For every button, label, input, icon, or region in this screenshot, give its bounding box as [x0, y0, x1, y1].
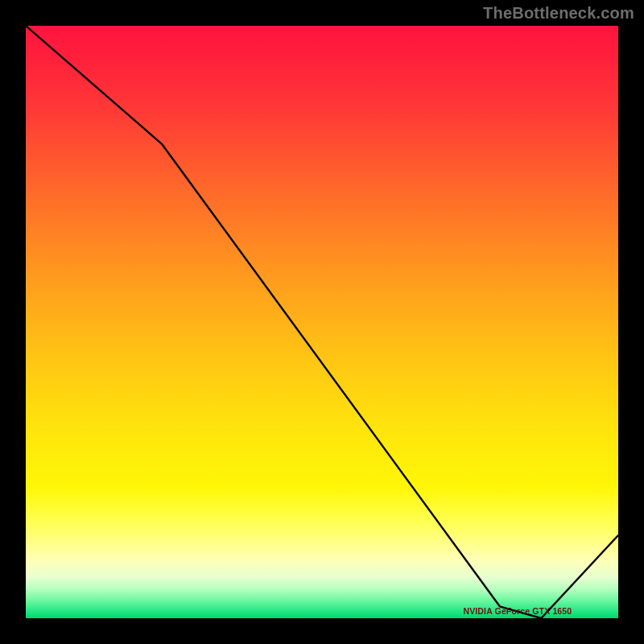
chart-frame: TheBottleneck.com NVIDIA GeForce GTX 165…	[0, 0, 644, 644]
gpu-marker-label: NVIDIA GeForce GTX 1650	[463, 607, 572, 616]
chart-plot-area: NVIDIA GeForce GTX 1650	[26, 26, 618, 618]
bottleneck-curve	[26, 26, 618, 618]
attribution-text: TheBottleneck.com	[483, 5, 634, 21]
